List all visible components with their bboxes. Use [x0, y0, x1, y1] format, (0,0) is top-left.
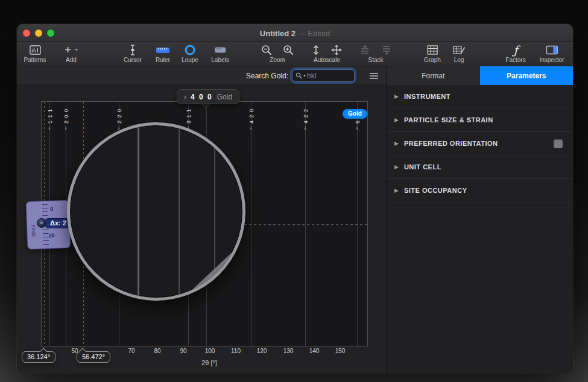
edited-indicator: — Edited [298, 29, 330, 38]
preferred-orientation-checkbox[interactable] [554, 139, 563, 148]
zoom-buttons[interactable]: Zoom [261, 43, 294, 63]
label-tag-icon [213, 44, 227, 56]
magnified-peak-line [138, 125, 139, 298]
stack-down-icon [381, 44, 393, 56]
peak-label: 1 1 1 [47, 108, 53, 124]
x-axis-label: 2θ [°] [201, 359, 217, 366]
patterns-icon [29, 45, 41, 55]
x-tick: 100 [205, 348, 215, 354]
stack-buttons[interactable]: Stack [359, 43, 393, 63]
autoscale-vertical-icon [311, 44, 321, 56]
chevron-down-icon: ▾ [75, 47, 78, 52]
peak-arrow-icon: ↓ [356, 124, 359, 131]
peak-label: 4 2 2 [303, 108, 309, 124]
app-window: Untitled 2 — Edited Patterns + ▾ Add [17, 24, 573, 374]
disclosure-triangle-icon: ▶ [394, 164, 399, 170]
search-bar: Search Gold: ▾ [17, 66, 386, 85]
inspector-panel: ▶ INSTRUMENT ▶ PARTICLE SIZE & STRAIN ▶ … [386, 85, 573, 374]
section-preferred-orientation[interactable]: ▶ PREFERRED ORIENTATION [387, 132, 573, 155]
disclosure-triangle-icon: ▶ [394, 93, 399, 99]
zoom-out-icon [261, 44, 273, 56]
labels-tool-button[interactable]: Labels [211, 43, 229, 63]
tooltip-hkl: 4 0 0 [191, 93, 213, 101]
section-unit-cell[interactable]: ▶ UNIT CELL [387, 155, 573, 179]
peak-label: 3 1 1 [186, 108, 192, 124]
search-icon [296, 72, 302, 79]
x-tick: 140 [309, 348, 320, 354]
ruler-scale-mid: 20 [48, 233, 54, 239]
disclosure-triangle-icon: ▶ [394, 117, 399, 123]
x-tick: 120 [257, 348, 267, 354]
peak-label: 4 2 0 [248, 108, 254, 124]
peak-tooltip: › 4 0 0 Gold [177, 89, 239, 104]
log-table-pencil-icon [452, 44, 466, 56]
graph-button[interactable]: Graph [424, 43, 441, 63]
document-title: Untitled 2 [260, 29, 296, 38]
ruler-icon [156, 44, 170, 56]
search-label: Search Gold: [246, 72, 288, 80]
disclosure-triangle-icon: ▶ [394, 187, 399, 193]
autoscale-buttons[interactable]: Autoscale [311, 43, 343, 63]
factors-button[interactable]: ƒ Factors [505, 43, 525, 63]
disclosure-triangle-icon: ▶ [394, 140, 399, 146]
cursor-icon [127, 44, 139, 56]
factors-icon: ƒ [513, 44, 517, 56]
toolbar: Patterns + ▾ Add Cursor Ruler [17, 42, 573, 66]
zoom-in-icon [282, 44, 294, 56]
x-tick: 80 [154, 348, 160, 354]
window-title: Untitled 2 — Edited [17, 29, 573, 38]
peak-arrow-icon: ↓ [250, 124, 253, 131]
list-icon[interactable] [369, 72, 379, 80]
section-particle-size-strain[interactable]: ▶ PARTICLE SIZE & STRAIN [387, 108, 573, 132]
search-input[interactable] [307, 72, 351, 80]
inspector-panel-icon [545, 44, 558, 56]
x-tick: 150 [335, 348, 346, 354]
tooltip-chevron-icon: › [184, 93, 186, 101]
autoscale-move-icon [330, 44, 343, 56]
section-site-occupancy[interactable]: ▶ SITE OCCUPANCY [387, 179, 573, 202]
tab-format[interactable]: Format [387, 66, 480, 85]
peak-arrow-icon: ↓ [65, 124, 68, 131]
tab-parameters[interactable]: Parameters [480, 66, 574, 85]
titlebar: Untitled 2 — Edited [17, 24, 573, 42]
section-instrument[interactable]: ▶ INSTRUMENT [387, 85, 573, 108]
series-badge[interactable]: Gold [343, 109, 367, 119]
add-button[interactable]: + ▾ Add [65, 43, 78, 63]
peak-label: 2 2 0 [116, 108, 122, 124]
graph-grid-icon [426, 44, 438, 56]
magnified-peak-line [179, 125, 180, 298]
plus-icon: + [65, 45, 71, 55]
x-tick: 130 [283, 348, 294, 354]
loupe-icon [184, 44, 196, 56]
log-button[interactable]: Log [452, 43, 466, 63]
ruler-scale-start: 0 [50, 206, 53, 212]
patterns-button[interactable]: Patterns [24, 43, 46, 63]
ruler-tool-button[interactable]: Ruler [156, 43, 170, 63]
peak-label: 2 0 0 [63, 108, 69, 124]
peak-arrow-icon: ↓ [304, 124, 307, 131]
loupe-control-wedge [70, 125, 242, 298]
search-field[interactable]: ▾ [292, 69, 355, 82]
x-tick: 70 [128, 348, 134, 354]
cursor-tool-button[interactable]: Cursor [124, 43, 142, 63]
loupe-tool-button[interactable]: Loupe [182, 43, 198, 63]
cursor-callout-1[interactable]: 36.124° [22, 351, 55, 363]
x-tick: 110 [231, 348, 241, 354]
ruler-reading: 59.65 [31, 225, 37, 237]
loupe-magnifier[interactable]: 400% ▾ [67, 122, 245, 301]
x-tick: 90 [180, 348, 186, 354]
tooltip-series: Gold [217, 93, 232, 101]
peak-arrow-icon: ↓ [48, 124, 51, 131]
desktop: Untitled 2 — Edited Patterns + ▾ Add [0, 0, 588, 382]
inspector-button[interactable]: Inspector [539, 43, 564, 63]
stack-up-icon [359, 44, 371, 56]
search-scope-chevron-icon: ▾ [303, 73, 306, 78]
inspector-tabs: Format Parameters [386, 66, 573, 85]
